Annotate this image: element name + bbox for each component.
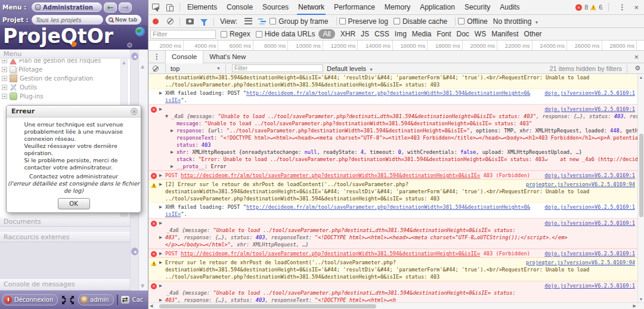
- regex-checkbox[interactable]: Regex: [221, 30, 250, 38]
- expand-arrows-icon[interactable]: [61, 295, 75, 305]
- expander-icon[interactable]: ▶: [159, 181, 165, 188]
- new-tab-button[interactable]: New tab: [106, 15, 141, 24]
- error-icon: ×: [151, 173, 157, 179]
- type-filter-img[interactable]: Img: [395, 30, 407, 38]
- tab-security[interactable]: Security: [460, 0, 495, 15]
- error-count: 8: [584, 4, 588, 11]
- request-url-link[interactable]: isIE=: [165, 211, 181, 217]
- request-url-link[interactable]: http://decideom.fr/alm/tool/saveParamete…: [246, 204, 530, 210]
- type-filter-doc[interactable]: Doc: [457, 30, 469, 38]
- console-message-line: dojo.js?version=V6.2.5.0169:1▶XHR failed…: [148, 203, 637, 211]
- type-filter-other[interactable]: Other: [524, 30, 542, 38]
- type-filter-xhr[interactable]: XHR: [340, 30, 355, 38]
- expander-icon[interactable]: ▶: [159, 89, 165, 97]
- inspect-icon[interactable]: [148, 4, 163, 11]
- tab-sources[interactable]: Sources: [258, 0, 293, 15]
- expander-icon[interactable]: ▶: [159, 282, 165, 289]
- source-link[interactable]: dojo.js?version=V6.2.5.0169:1: [544, 250, 635, 257]
- source-link[interactable]: dojo.js?version=V6.2.5.0169:1: [544, 282, 635, 289]
- more-icon[interactable]: ⋮: [614, 3, 630, 11]
- type-filter-font[interactable]: Font: [437, 30, 451, 38]
- request-url-link[interactable]: http://decideom.fr/alm/tool/saveParamete…: [181, 172, 480, 178]
- tab-network[interactable]: Network: [293, 0, 329, 15]
- source-link[interactable]: projeqtor.js?version=V6.2.5.0169:94: [526, 259, 635, 266]
- console-settings-icon[interactable]: ⚙: [630, 64, 644, 72]
- levels-select[interactable]: Default levels▼: [327, 65, 373, 72]
- source-link[interactable]: dojo.js?version=V6.2.5.0169:1: [544, 220, 635, 227]
- type-filter-all[interactable]: All: [318, 29, 335, 39]
- source-link[interactable]: dojo.js?version=V6.2.5.0169:1: [544, 106, 635, 113]
- user-icon: [80, 296, 88, 304]
- user-button[interactable]: admin: [78, 294, 113, 305]
- type-filter-manifest[interactable]: Manifest: [491, 30, 518, 38]
- request-url-link[interactable]: http://decideom.fr/alm/tool/saveParamete…: [181, 251, 480, 257]
- expander-icon[interactable]: ▶: [159, 234, 165, 241]
- group-by-frame-checkbox[interactable]: Group by frame: [270, 17, 328, 26]
- expander-icon[interactable]: ▶: [159, 296, 165, 302]
- chevron-down-icon: ▼: [369, 67, 373, 72]
- tab-performance[interactable]: Performance: [329, 0, 380, 15]
- expander-icon[interactable]: ▼: [165, 113, 171, 120]
- type-filter-js[interactable]: JS: [361, 30, 369, 38]
- type-filter-media[interactable]: Media: [412, 30, 432, 38]
- console-message-line: ▼_4a6 {message: "Unable to load ../tool/…: [148, 113, 637, 120]
- hide-structure-button[interactable]: ⇄Cac: [117, 295, 144, 305]
- throttling-select[interactable]: No throttling▼: [493, 17, 539, 26]
- expander-icon[interactable]: ▶: [159, 220, 165, 227]
- source-link[interactable]: dojo.js?version=V6.2.5.0169:1: [544, 203, 635, 211]
- project-select[interactable]: Tous les projets: [32, 15, 103, 24]
- preserve-log-checkbox[interactable]: Preserve log: [339, 17, 388, 26]
- drawer-tab-what-s-new[interactable]: What's New: [203, 51, 252, 63]
- tab-elements[interactable]: Elements: [182, 0, 222, 15]
- drawer-tab-console[interactable]: Console: [165, 51, 203, 63]
- type-filter-css[interactable]: CSS: [374, 30, 389, 38]
- close-devtools-icon[interactable]: ×: [633, 3, 644, 12]
- filter-funnel-icon[interactable]: [197, 19, 211, 23]
- tab-console[interactable]: Console: [222, 0, 258, 15]
- hide-data-urls-checkbox[interactable]: Hide data URLs: [256, 30, 315, 38]
- console-message-line: dojo.js?version=V6.2.5.0169:1▶POST http:…: [148, 250, 637, 257]
- back-button[interactable]: ←: [104, 2, 117, 13]
- drawer-more-icon[interactable]: ⋮: [148, 52, 165, 61]
- source-link[interactable]: dojo.js?version=V6.2.5.0169:1: [544, 172, 635, 179]
- logout-button[interactable]: Déconnexion: [2, 294, 58, 305]
- close-drawer-icon[interactable]: ×: [633, 52, 644, 61]
- source-link[interactable]: projeqtor.js?version=V6.2.5.0169:94: [526, 181, 635, 188]
- network-filter-input[interactable]: [150, 30, 216, 39]
- forward-button[interactable]: →: [119, 2, 132, 13]
- expander-icon[interactable]: ▶: [171, 127, 177, 134]
- expander-icon[interactable]: ▶: [159, 172, 165, 179]
- device-toolbar-icon[interactable]: [163, 4, 177, 11]
- context-select[interactable]: top▼: [168, 65, 223, 72]
- view-waterfall-icon[interactable]: [255, 18, 270, 24]
- source-link[interactable]: dojo.js?version=V6.2.5.0169:1: [544, 89, 635, 97]
- view-list-icon[interactable]: [241, 18, 255, 24]
- offline-checkbox[interactable]: Offline: [458, 17, 487, 26]
- expander-icon[interactable]: ▶: [171, 163, 177, 170]
- expander-icon[interactable]: ▶: [159, 203, 165, 211]
- tab-audits[interactable]: Audits: [495, 0, 524, 15]
- disable-cache-checkbox[interactable]: Disable cache: [394, 17, 447, 26]
- expander-icon[interactable]: ▶: [159, 106, 165, 113]
- console-filter-input[interactable]: [232, 64, 323, 72]
- type-filter-ws[interactable]: WS: [475, 30, 486, 38]
- record-icon[interactable]: [148, 18, 163, 24]
- console-message-line: </p>↵</body>↵</html>", xhr: XMLHttpReque…: [148, 241, 637, 248]
- menu-select[interactable]: Administration: [32, 2, 102, 12]
- expander-icon[interactable]: ▶: [159, 259, 165, 266]
- console-horizontal-scrollbar[interactable]: ◀ ▶: [148, 302, 644, 309]
- request-url-link[interactable]: isIE=: [165, 97, 181, 103]
- tab-application[interactable]: Application: [415, 0, 460, 15]
- console-vertical-scrollbar[interactable]: ▲ ▼: [637, 74, 644, 302]
- console-message-line: projeqtor.js?version=V6.2.5.0169:94▶Erre…: [148, 259, 637, 266]
- screenshot-icon[interactable]: [182, 18, 197, 24]
- expander-icon[interactable]: ▶: [159, 250, 165, 257]
- close-icon[interactable]: ×: [131, 108, 138, 115]
- error-dialog: Erreur× Une erreur technique est survenu…: [6, 105, 141, 213]
- ok-button[interactable]: OK: [58, 198, 90, 209]
- clear-icon[interactable]: [163, 18, 177, 24]
- expander-icon[interactable]: ▶: [171, 149, 177, 156]
- request-url-link[interactable]: http://decideom.fr/alm/tool/saveParamete…: [246, 90, 530, 96]
- console-clear-icon[interactable]: [148, 66, 163, 72]
- tab-memory[interactable]: Memory: [380, 0, 415, 15]
